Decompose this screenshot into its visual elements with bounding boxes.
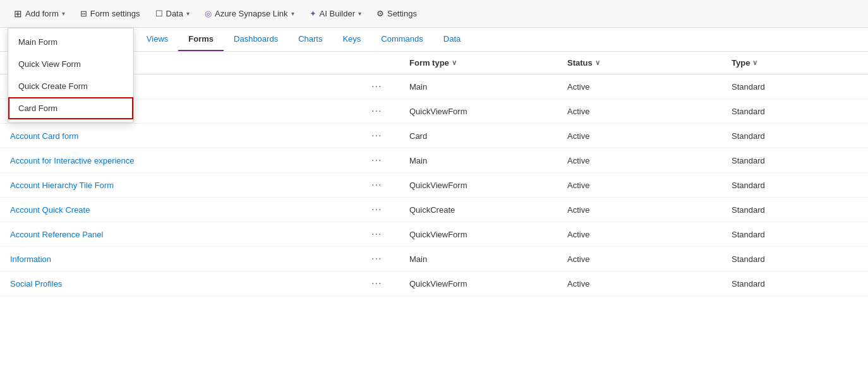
dropdown-item-card-form[interactable]: Card Form — [8, 97, 133, 119]
row-name[interactable]: Information — [10, 254, 371, 264]
col-header-form-type[interactable]: Form type ∨ — [409, 58, 567, 68]
add-form-dropdown: Main Form Quick View Form Quick Create F… — [8, 28, 134, 122]
row-form-type: QuickCreate — [409, 205, 567, 215]
row-name[interactable]: Account Hierarchy Tile Form — [10, 181, 371, 190]
azure-synapse-label: Azure Synapse Link — [215, 9, 288, 18]
row-name[interactable]: Account Quick Create — [10, 205, 371, 215]
row-status: Active — [567, 205, 732, 215]
col-header-type[interactable]: Type ∨ — [732, 58, 858, 68]
form-type-sort-icon: ∨ — [452, 59, 457, 67]
col-header-actions — [371, 58, 409, 68]
add-form-chevron: ▾ — [62, 10, 65, 17]
row-form-type: QuickViewForm — [409, 279, 567, 289]
ai-builder-button[interactable]: ✦ AI Builder ▾ — [303, 6, 368, 21]
col-status-label: Status — [567, 58, 593, 68]
row-status: Active — [567, 254, 732, 264]
row-type: Standard — [732, 156, 858, 165]
table-row: Account Hierarchy Tile Form ··· QuickVie… — [0, 173, 868, 198]
row-more-icon[interactable]: ··· — [371, 229, 409, 240]
row-form-type: Card — [409, 131, 567, 141]
settings-button[interactable]: ⚙ Settings — [370, 6, 423, 21]
type-sort-icon: ∨ — [752, 59, 757, 67]
row-more-icon[interactable]: ··· — [371, 278, 409, 289]
ai-builder-label: AI Builder — [320, 9, 355, 18]
row-type: Standard — [732, 82, 858, 92]
row-type: Standard — [732, 181, 858, 190]
tab-data[interactable]: Data — [433, 28, 471, 51]
row-more-icon[interactable]: ··· — [371, 81, 409, 92]
row-type: Standard — [732, 131, 858, 141]
dropdown-item-main-form[interactable]: Main Form — [8, 31, 133, 53]
tab-forms[interactable]: Forms — [178, 28, 224, 51]
dropdown-menu: Main Form Quick View Form Quick Create F… — [8, 28, 134, 122]
row-status: Active — [567, 181, 732, 190]
settings-label: Settings — [387, 9, 417, 18]
row-status: Active — [567, 279, 732, 289]
row-name[interactable]: Account Reference Panel — [10, 230, 371, 239]
status-sort-icon: ∨ — [595, 59, 600, 67]
data-label: Data — [166, 9, 183, 18]
form-settings-button[interactable]: ⊟ Form settings — [74, 6, 147, 21]
tab-commands[interactable]: Commands — [371, 28, 433, 51]
add-form-label: Add form — [25, 9, 59, 18]
row-form-type: Main — [409, 156, 567, 165]
row-type: Standard — [732, 205, 858, 215]
row-status: Active — [567, 82, 732, 92]
row-status: Active — [567, 131, 732, 141]
row-type: Standard — [732, 279, 858, 289]
col-type-label: Type — [732, 58, 750, 68]
toolbar: ⊞ Add form ▾ ⊟ Form settings ☐ Data ▾ ◎ … — [0, 0, 868, 28]
data-chevron: ▾ — [186, 10, 190, 17]
row-more-icon[interactable]: ··· — [371, 179, 409, 191]
table-row: Account Card form ··· Card Active Standa… — [0, 124, 868, 148]
add-form-button[interactable]: ⊞ Add form ▾ — [8, 5, 71, 23]
form-settings-label: Form settings — [90, 9, 140, 18]
tab-views[interactable]: Views — [136, 28, 178, 51]
row-form-type: QuickViewForm — [409, 107, 567, 116]
row-more-icon[interactable]: ··· — [371, 155, 409, 166]
row-status: Active — [567, 107, 732, 116]
row-status: Active — [567, 156, 732, 165]
form-settings-icon: ⊟ — [80, 9, 87, 18]
azure-synapse-chevron: ▾ — [291, 10, 294, 17]
table-row: Social Profiles ··· QuickViewForm Active… — [0, 271, 868, 296]
dropdown-item-quick-create-form[interactable]: Quick Create Form — [8, 75, 133, 97]
table-row: Information ··· Main Active Standard — [0, 247, 868, 271]
dropdown-item-quick-view-form[interactable]: Quick View Form — [8, 53, 133, 75]
ai-builder-chevron: ▾ — [358, 10, 361, 17]
tab-charts[interactable]: Charts — [288, 28, 332, 51]
row-form-type: Main — [409, 254, 567, 264]
col-header-status[interactable]: Status ∨ — [567, 58, 732, 68]
data-button[interactable]: ☐ Data ▾ — [149, 6, 196, 21]
row-form-type: QuickViewForm — [409, 230, 567, 239]
row-name[interactable]: Social Profiles — [10, 279, 371, 289]
row-name[interactable]: Account Card form — [10, 131, 371, 141]
row-type: Standard — [732, 230, 858, 239]
table-row: Account for Interactive experience ··· M… — [0, 148, 868, 173]
azure-synapse-button[interactable]: ◎ Azure Synapse Link ▾ — [198, 6, 301, 21]
row-type: Standard — [732, 107, 858, 116]
add-form-icon: ⊞ — [14, 8, 22, 20]
azure-synapse-icon: ◎ — [205, 9, 212, 18]
row-form-type: Main — [409, 82, 567, 92]
row-form-type: QuickViewForm — [409, 181, 567, 190]
tab-keys[interactable]: Keys — [332, 28, 371, 51]
row-type: Standard — [732, 254, 858, 264]
ai-builder-icon: ✦ — [310, 9, 316, 18]
col-form-type-label: Form type — [409, 58, 449, 68]
table-row: Account Reference Panel ··· QuickViewFor… — [0, 222, 868, 247]
table-row: Account Quick Create ··· QuickCreate Act… — [0, 198, 868, 222]
row-more-icon[interactable]: ··· — [371, 130, 409, 141]
data-icon: ☐ — [155, 9, 163, 18]
row-status: Active — [567, 230, 732, 239]
row-more-icon[interactable]: ··· — [371, 253, 409, 265]
row-more-icon[interactable]: ··· — [371, 105, 409, 117]
settings-icon: ⚙ — [377, 9, 384, 18]
tab-dashboards[interactable]: Dashboards — [224, 28, 288, 51]
row-name[interactable]: Account for Interactive experience — [10, 156, 371, 165]
row-more-icon[interactable]: ··· — [371, 204, 409, 215]
page-wrapper: ⊞ Add form ▾ ⊟ Form settings ☐ Data ▾ ◎ … — [0, 0, 868, 375]
